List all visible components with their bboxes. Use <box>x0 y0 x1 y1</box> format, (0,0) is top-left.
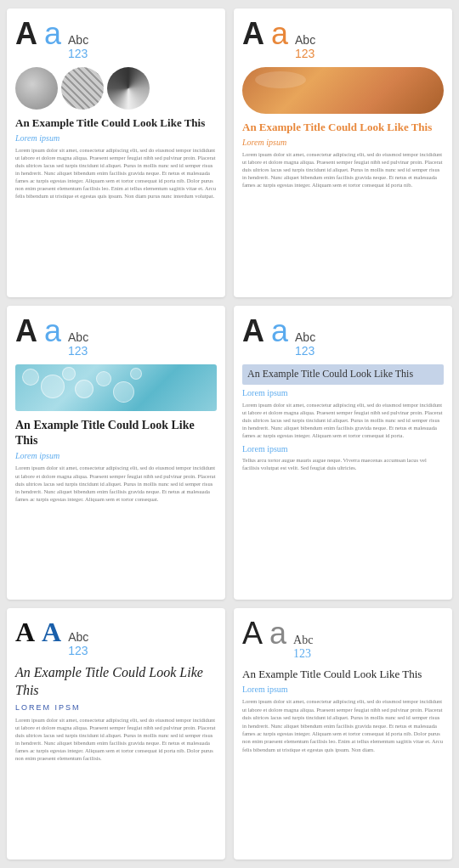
font-a-3: a <box>44 316 61 347</box>
font-specimens-5: Abc 123 <box>68 630 88 657</box>
card1-lorem-text: Lorem ipsum dolor sit amet, consectetur … <box>15 146 217 200</box>
font-specimen-row-4: A a Abc 123 <box>242 316 444 358</box>
card4-lorem-text2: Tellus arcu tortor augue mauris augue ne… <box>242 456 444 471</box>
card1-lorem-label: Lorem ipsum <box>15 133 217 143</box>
bubble-5 <box>96 371 111 386</box>
font-specimen-row-1: A a Abc 123 <box>15 19 217 60</box>
font-specimen-row-2: A a Abc 123 <box>242 19 444 60</box>
font-123-4: 123 <box>295 344 315 358</box>
font-A-1: A <box>15 19 37 49</box>
card4-title: An Example Title Could Look Like This <box>242 364 444 385</box>
bubble-4 <box>75 380 94 398</box>
font-A-5: A <box>15 618 35 645</box>
card2-title: An Example Title Could Look Like This <box>242 121 444 135</box>
card5-lorem-text: Lorem ipsum dolor sit amet, consectetur … <box>15 716 217 763</box>
card-5: A A Abc 123 An Example Title Could Look … <box>7 608 225 860</box>
font-specimen-row-5: A A Abc 123 <box>15 618 217 657</box>
bubble-3 <box>62 367 76 380</box>
card-3: A a Abc 123 An Example Title Could Look … <box>7 306 225 600</box>
card3-lorem-text: Lorem ipsum dolor sit amet, consectetur … <box>15 464 217 502</box>
font-A-3: A <box>15 316 37 347</box>
font-abc-5: Abc <box>68 630 88 644</box>
font-specimens-1: Abc 123 <box>68 33 88 60</box>
circle-img-3 <box>107 67 150 110</box>
bubble-2 <box>41 375 65 398</box>
card3-bubble-image <box>15 364 217 411</box>
font-a-1: a <box>44 19 61 49</box>
card6-lorem-label: Lorem ipsum <box>242 685 444 694</box>
card2-lorem-label: Lorem ipsum <box>242 138 444 147</box>
font-abc-1: Abc <box>68 33 88 47</box>
card4-lorem-label2: Lorem ipsum <box>242 444 444 454</box>
font-a-4: a <box>271 316 288 347</box>
font-a-2: a <box>271 19 288 49</box>
font-123-3: 123 <box>68 344 88 358</box>
font-abc-2: Abc <box>295 33 315 47</box>
card4-lorem-label: Lorem ipsum <box>242 388 444 397</box>
font-abc-3: Abc <box>68 330 88 344</box>
card5-lorem-label: LOREM IPSM <box>15 703 217 712</box>
circle-img-1 <box>15 67 58 110</box>
circle-img-2 <box>61 67 104 110</box>
font-a-6: a <box>269 618 286 649</box>
font-A-2: A <box>242 19 264 49</box>
card2-lorem-text: Lorem ipsum dolor sit amet, consectetur … <box>242 150 444 189</box>
font-abc-6: Abc <box>293 634 313 647</box>
card6-lorem-text: Lorem ipsum dolor sit amet, consectetur … <box>242 697 444 753</box>
font-specimens-6: Abc 123 <box>293 634 313 661</box>
font-abc-4: Abc <box>295 330 315 344</box>
card5-title: An Example Title Could Look Like This <box>15 664 217 700</box>
font-123-5: 123 <box>68 644 88 657</box>
font-A-4: A <box>242 316 264 347</box>
font-grid: A a Abc 123 An Example Title Could Look … <box>7 8 452 860</box>
font-specimens-3: Abc 123 <box>68 330 88 358</box>
card1-title: An Example Title Could Look Like This <box>15 116 217 131</box>
font-A-6: A <box>242 618 263 649</box>
card1-images <box>15 67 217 110</box>
font-specimen-row-3: A a Abc 123 <box>15 316 217 358</box>
font-123-1: 123 <box>68 47 88 60</box>
card2-oval-image <box>242 67 444 114</box>
font-123-6: 123 <box>293 647 313 661</box>
card3-title: An Example Title Could Look Like This <box>15 418 217 448</box>
card6-title: An Example Title Could Look Like This <box>242 668 444 682</box>
font-a-5: A <box>42 618 61 645</box>
font-specimens-2: Abc 123 <box>295 33 315 60</box>
font-specimen-row-6: A a Abc 123 <box>242 618 444 661</box>
font-specimens-4: Abc 123 <box>295 330 315 358</box>
font-123-2: 123 <box>295 47 315 60</box>
bubble-6 <box>113 381 134 403</box>
card4-lorem-text: Lorem ipsum dolor sit amet, consectetur … <box>242 401 444 439</box>
bubble-1 <box>22 369 39 386</box>
card-2: A a Abc 123 An Example Title Could Look … <box>234 8 452 297</box>
card-1: A a Abc 123 An Example Title Could Look … <box>7 8 225 297</box>
card-6: A a Abc 123 An Example Title Could Look … <box>234 608 452 860</box>
bubble-7 <box>130 368 142 380</box>
card3-lorem-label: Lorem ipsum <box>15 451 217 460</box>
card-4: A a Abc 123 An Example Title Could Look … <box>234 306 452 600</box>
